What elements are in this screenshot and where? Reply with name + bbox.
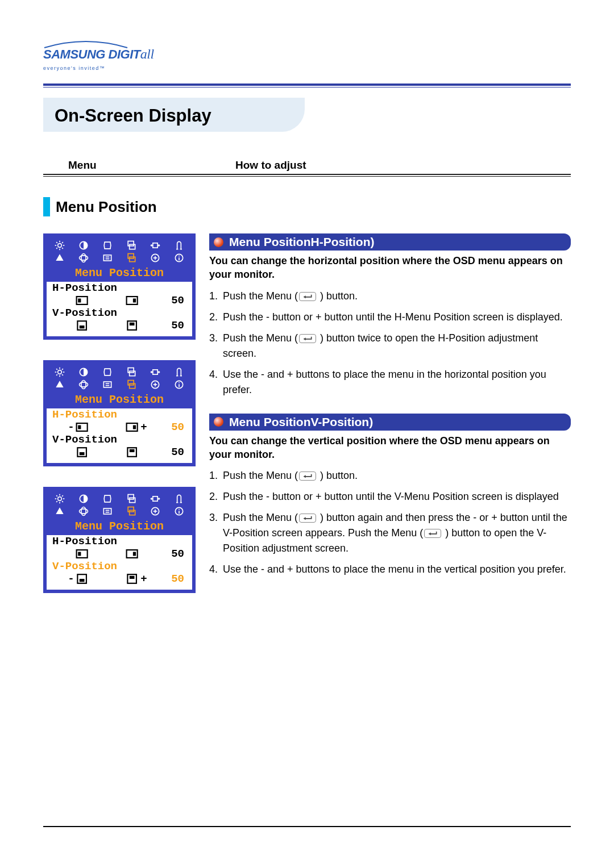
info-icon [171,252,188,264]
moire-icon [75,378,92,391]
osd-h-label: H-Position [52,535,186,548]
size-icon [147,366,164,378]
svg-rect-32 [78,299,81,303]
svg-rect-38 [130,323,135,326]
svg-rect-12 [153,243,157,248]
step-text: Push the - button or + button until the … [223,489,571,504]
h-position-lead: You can change the horizontal position w… [209,254,571,282]
osd-v-label: V-Position [52,433,186,446]
svg-point-18 [80,256,88,260]
svg-point-29 [179,256,180,257]
col-header-menu: Menu [43,159,218,172]
color-icon [51,252,68,264]
minus-sign: - [67,573,75,585]
h-left-glyph-icon [75,421,90,433]
h-position-heading: Menu PositionH-Position) [209,233,571,251]
moire-icon [75,252,92,264]
svg-marker-56 [56,381,63,387]
svg-marker-95 [56,507,63,514]
plus-sign: + [140,421,148,433]
svg-line-85 [56,501,57,502]
svg-rect-71 [78,425,81,429]
svg-marker-17 [56,254,63,261]
svg-point-19 [81,254,86,262]
moire-icon [75,505,92,518]
brightness-icon [51,239,68,252]
color-icon [51,378,68,391]
osd-h-value: 50 [171,548,186,560]
header-rule [43,84,571,86]
recall-icon [99,505,116,518]
recall-icon [99,252,116,264]
enter-button-icon [299,471,316,481]
step-text: Push the Menu ( [223,512,298,523]
svg-rect-73 [133,425,136,429]
svg-rect-50 [130,371,135,375]
brightness-icon [51,493,68,505]
svg-rect-101 [128,507,134,512]
svg-rect-23 [128,254,134,258]
enter-button-icon [299,514,316,523]
svg-line-83 [56,495,57,496]
enter-button-icon [299,334,316,343]
bullet-icon [214,237,223,247]
section-title-bar-icon [43,197,50,216]
step-text: Push the Menu ( [223,470,298,481]
geometry-icon [99,493,116,505]
osd-v-label: V-Position [52,307,186,319]
svg-line-44 [56,369,57,370]
geometry-icon [99,239,116,252]
svg-rect-49 [128,368,134,373]
svg-line-46 [56,374,57,375]
svg-point-78 [58,497,62,501]
svg-rect-20 [103,255,111,261]
brand-name: SAMSUNG DIGITall [43,47,154,61]
info-icon [171,378,188,391]
v-up-glyph-icon [125,573,140,585]
footer-rule [43,826,571,827]
svg-rect-36 [80,326,85,328]
column-headers: Menu How to adjust [43,159,571,172]
svg-point-107 [179,509,180,510]
svg-marker-119 [304,475,306,478]
h-right-glyph-icon [125,548,140,560]
osd-h-value-active: 50 [171,421,186,433]
svg-line-8 [62,242,63,243]
position-icon [123,366,140,378]
v-down-glyph-icon [75,573,90,585]
cols-rule-thin [43,176,571,177]
osd-panel-v-active: Menu Position H-Position 50 V-Position - [43,487,196,593]
svg-rect-112 [133,552,136,556]
menu-position-icon [123,252,140,264]
svg-rect-77 [130,449,135,452]
position-icon [123,493,140,505]
svg-rect-11 [130,244,135,249]
svg-rect-89 [130,498,135,502]
header-rule-thin [43,87,571,87]
v-down-glyph-icon [75,319,90,332]
zoom-icon [147,505,164,518]
svg-line-47 [62,369,63,370]
v-up-glyph-icon [125,319,140,332]
menu-position-icon [123,378,140,391]
osd-h-label: H-Position [52,282,186,294]
step-text: Push the Menu ( [223,290,298,302]
h-right-glyph-icon [125,294,140,307]
step-text: Push the - button or + button until the … [223,310,571,325]
osd-examples-column: Menu Position H-Position 50 V-Position [43,233,196,614]
osd-v-value: 50 [171,446,186,458]
svg-marker-121 [429,533,431,536]
step-text: ) button. [317,290,358,302]
geometry-icon [99,366,116,378]
osd-title: Menu Position [51,264,188,282]
color-icon [51,505,68,518]
svg-marker-120 [304,518,306,520]
brand-tagline: everyone's invited™ [43,65,105,71]
brand-logo: SAMSUNG DIGITall everyone's invited™ [43,39,571,72]
size-icon [147,493,164,505]
v-position-lead: You can change the vertical position whe… [209,434,571,462]
h-left-glyph-icon [75,294,90,307]
svg-rect-63 [130,383,135,388]
svg-point-39 [58,370,62,374]
bullet-icon [214,417,223,427]
